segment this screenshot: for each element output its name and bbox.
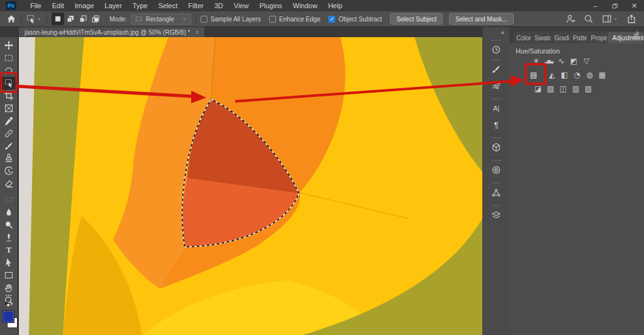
grip: [492, 98, 501, 99]
tool-eraser[interactable]: [0, 178, 18, 190]
collapse-dock-icon[interactable]: «: [501, 29, 504, 36]
canvas-area[interactable]: [18, 37, 482, 335]
paragraph-panel-icon[interactable]: ¶: [487, 116, 506, 133]
black-white-icon[interactable]: ◧: [559, 70, 570, 80]
tab-swatches[interactable]: Swatc: [531, 32, 551, 43]
tool-lasso[interactable]: [0, 64, 18, 77]
tab-gradients[interactable]: Gradi: [552, 32, 569, 43]
chevron-down-icon[interactable]: [36, 14, 42, 24]
add-to-selection-mode-button[interactable]: [64, 13, 77, 25]
intersect-selection-mode-button[interactable]: [89, 13, 102, 25]
enhance-edge-checkbox[interactable]: [269, 16, 276, 23]
tool-eyedropper[interactable]: [0, 115, 18, 127]
sample-all-layers-checkbox-row[interactable]: Sample All Layers: [201, 16, 261, 23]
tool-spot-healing-brush[interactable]: [0, 127, 18, 140]
color-balance-icon[interactable]: ◭: [547, 70, 557, 80]
layers-panel-icon[interactable]: [487, 207, 506, 224]
menu-plugins[interactable]: Plugins: [259, 2, 282, 9]
history-panel-icon[interactable]: [487, 42, 506, 58]
tool-history-brush[interactable]: [0, 165, 18, 178]
menu-image[interactable]: Image: [75, 2, 94, 9]
tool-dodge[interactable]: [0, 219, 18, 231]
tab-color[interactable]: Color: [513, 32, 531, 43]
channel-mixer-icon[interactable]: ◍: [584, 70, 595, 80]
divider: [21, 14, 21, 24]
document-tab[interactable]: jason-leung-wHddViTmSvA-unsplash.jpg @ 5…: [19, 27, 204, 37]
current-tool-icon[interactable]: [26, 14, 36, 24]
new-selection-mode-button[interactable]: [52, 13, 64, 25]
grip: [492, 137, 501, 139]
brush-settings-panel-icon[interactable]: [487, 61, 506, 77]
subtract-from-selection-mode-button[interactable]: [77, 13, 89, 25]
menu-select[interactable]: Select: [158, 2, 178, 9]
brushes-panel-icon[interactable]: [487, 77, 506, 94]
share-icon[interactable]: [626, 14, 636, 24]
invite-user-icon[interactable]: [565, 14, 575, 24]
menu-layer[interactable]: Layer: [104, 2, 122, 9]
object-subtract-checkbox-row[interactable]: ✓ Object Subtract: [328, 16, 382, 23]
select-and-mask-button[interactable]: Select and Mask...: [449, 13, 513, 25]
tool-crop[interactable]: [0, 89, 18, 102]
tool-blur[interactable]: [0, 206, 18, 219]
posterize-icon[interactable]: ▨: [545, 84, 556, 94]
tool-frame[interactable]: [0, 102, 18, 115]
panel-menu-icon[interactable]: [632, 32, 640, 40]
workspace-switcher-icon[interactable]: [602, 14, 612, 24]
sample-all-layers-checkbox[interactable]: [201, 16, 208, 23]
tool-hand[interactable]: [0, 281, 18, 294]
threshold-icon[interactable]: ◫: [558, 84, 569, 94]
menu-filter[interactable]: Filter: [188, 2, 203, 9]
hue-saturation-icon[interactable]: ▤: [528, 70, 539, 80]
edit-toolbar-icon[interactable]: •••: [0, 293, 18, 297]
select-subject-button[interactable]: Select Subject: [390, 13, 443, 25]
foreground-color-swatch[interactable]: [2, 310, 14, 323]
home-icon[interactable]: [6, 14, 16, 24]
canvas-image[interactable]: [19, 37, 482, 335]
node-graph-panel-icon[interactable]: [487, 185, 506, 201]
divider: [486, 157, 507, 157]
tool-clone-stamp[interactable]: [0, 152, 18, 165]
menu-file[interactable]: File: [30, 2, 42, 9]
brightness-contrast-icon[interactable]: ☀: [531, 56, 541, 66]
menu-3d[interactable]: 3D: [214, 2, 223, 9]
tab-patterns[interactable]: Patte: [570, 32, 587, 43]
gradient-map-icon[interactable]: ▥: [570, 84, 581, 94]
selective-color-icon[interactable]: ▧: [583, 84, 594, 94]
close-tab-icon[interactable]: ×: [195, 29, 199, 36]
3d-panel-icon[interactable]: [487, 139, 506, 156]
minimize-button[interactable]: –: [586, 0, 605, 11]
object-subtract-checkbox[interactable]: ✓: [328, 16, 335, 23]
tool-brush[interactable]: [0, 140, 18, 152]
invert-icon[interactable]: ◪: [533, 84, 543, 94]
tool-path-selection[interactable]: [0, 256, 18, 269]
curves-icon[interactable]: ∿: [556, 56, 567, 66]
search-icon[interactable]: [584, 14, 594, 24]
swap-colors-icon[interactable]: [3, 301, 14, 310]
menu-type[interactable]: Type: [133, 2, 148, 9]
enhance-edge-checkbox-row[interactable]: Enhance Edge: [269, 16, 321, 23]
color-lookup-icon[interactable]: ▦: [597, 70, 608, 80]
tool-object-selection[interactable]: [0, 77, 18, 89]
menu-view[interactable]: View: [234, 2, 249, 9]
menu-window[interactable]: Window: [293, 2, 318, 9]
menu-bar: File Edit Image Layer Type Select Filter…: [30, 2, 342, 9]
levels-icon[interactable]: ▂▅▃: [543, 56, 554, 66]
chevron-down-icon: [182, 14, 187, 24]
mode-dropdown[interactable]: Rectangle: [131, 14, 191, 25]
tool-move[interactable]: [0, 39, 18, 52]
tool-gradient[interactable]: [0, 193, 18, 206]
tool-pen[interactable]: [0, 231, 18, 244]
tool-rectangle-shape[interactable]: [0, 269, 18, 281]
tool-type[interactable]: T: [0, 244, 18, 256]
menu-help[interactable]: Help: [328, 2, 343, 9]
exposure-icon[interactable]: ◩: [569, 56, 579, 66]
menu-edit[interactable]: Edit: [52, 2, 64, 9]
photo-filter-icon[interactable]: ◔: [572, 70, 582, 80]
tab-properties[interactable]: Prope: [587, 32, 606, 43]
close-button[interactable]: ✕: [625, 0, 644, 11]
vibrance-icon[interactable]: ▽: [581, 56, 592, 66]
materials-panel-icon[interactable]: [487, 162, 506, 178]
restore-button[interactable]: [605, 0, 625, 11]
tool-rectangular-marquee[interactable]: [0, 52, 18, 64]
character-panel-icon[interactable]: A|: [487, 100, 506, 116]
